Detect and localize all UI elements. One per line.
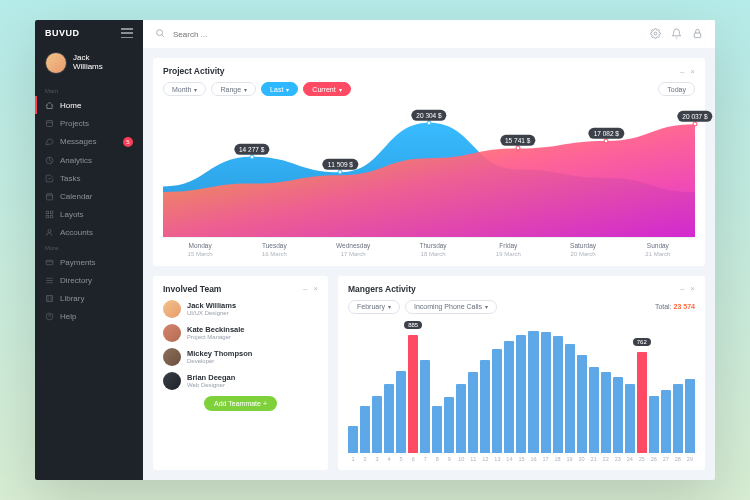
calendar-icon xyxy=(45,192,54,201)
topbar xyxy=(143,20,715,48)
sidebar-item-help[interactable]: Help xyxy=(35,307,143,325)
svg-rect-8 xyxy=(50,211,53,214)
svg-rect-12 xyxy=(46,260,53,265)
x-tick: 19 xyxy=(565,456,575,462)
svg-point-17 xyxy=(654,32,657,35)
avatar xyxy=(163,324,181,342)
chart-tooltip: 11 509 $ xyxy=(323,159,358,170)
x-tick: 23 xyxy=(613,456,623,462)
svg-rect-9 xyxy=(46,215,49,218)
bar-tooltip: 762 xyxy=(633,338,651,346)
bar xyxy=(384,384,394,453)
x-tick: 2 xyxy=(360,456,370,462)
filter-managers-month[interactable]: February▾ xyxy=(348,300,400,314)
svg-rect-0 xyxy=(47,120,53,126)
user-profile[interactable]: JackWilliams xyxy=(35,46,143,84)
sidebar-item-layots[interactable]: Layots xyxy=(35,205,143,223)
x-tick: 24 xyxy=(625,456,635,462)
menu-toggle-icon[interactable] xyxy=(121,28,133,38)
sidebar-item-messages[interactable]: Messages5 xyxy=(35,132,143,151)
filter-last[interactable]: Last▾ xyxy=(261,82,298,96)
card-title: Mangers Activity xyxy=(348,284,416,294)
bar xyxy=(601,372,611,453)
x-tick: 17 xyxy=(541,456,551,462)
bar-tooltip: 885 xyxy=(404,321,422,329)
chevron-down-icon: ▾ xyxy=(194,86,197,93)
close-icon[interactable]: × xyxy=(313,284,318,293)
card-title: Involved Team xyxy=(163,284,221,294)
bar xyxy=(673,384,683,453)
activity-chart: 14 277 $11 509 $20 304 $15 741 $17 082 $… xyxy=(163,102,695,237)
avatar xyxy=(163,372,181,390)
chevron-down-icon: ▾ xyxy=(339,86,342,93)
directory-icon xyxy=(45,276,54,285)
sidebar-item-projects[interactable]: Projects xyxy=(35,114,143,132)
close-icon[interactable]: × xyxy=(690,67,695,76)
bar xyxy=(613,377,623,453)
filter-range[interactable]: Range▾ xyxy=(211,82,256,96)
chart-tooltip: 17 082 $ xyxy=(589,128,624,139)
chevron-down-icon: ▾ xyxy=(485,303,488,310)
search-input[interactable] xyxy=(173,30,642,39)
close-icon[interactable]: × xyxy=(690,284,695,293)
minimize-icon[interactable]: – xyxy=(680,67,684,76)
sidebar-item-payments[interactable]: Payments xyxy=(35,253,143,271)
svg-rect-10 xyxy=(50,215,53,218)
team-member[interactable]: Brian DeeganWeb Designer xyxy=(163,372,318,390)
bell-icon[interactable] xyxy=(671,28,682,41)
avatar xyxy=(45,52,67,74)
bar xyxy=(528,331,538,453)
filter-today[interactable]: Today xyxy=(658,82,695,96)
avatar xyxy=(163,348,181,366)
bar xyxy=(456,384,466,453)
svg-point-14 xyxy=(46,313,53,320)
brand-logo: BUVUD xyxy=(45,28,80,38)
bar: 762 xyxy=(637,352,647,453)
svg-rect-3 xyxy=(47,193,53,199)
tasks-icon xyxy=(45,174,54,183)
help-icon xyxy=(45,312,54,321)
svg-point-11 xyxy=(48,229,51,232)
sidebar-item-home[interactable]: Home xyxy=(35,96,143,114)
sidebar-item-directory[interactable]: Directory xyxy=(35,271,143,289)
bar xyxy=(372,396,382,453)
sidebar-item-accounts[interactable]: Accounts xyxy=(35,223,143,241)
sidebar-item-tasks[interactable]: Tasks xyxy=(35,169,143,187)
nav-section-label: More xyxy=(35,241,143,253)
bar xyxy=(625,384,635,453)
avatar xyxy=(163,300,181,318)
x-tick: 20 xyxy=(577,456,587,462)
minimize-icon[interactable]: – xyxy=(680,284,684,293)
svg-rect-7 xyxy=(46,211,49,214)
bar xyxy=(553,336,563,453)
bar xyxy=(360,406,370,453)
team-member[interactable]: Kate BeckinsaleProject Manager xyxy=(163,324,318,342)
project-activity-card: Project Activity –× Month▾ Range▾ Last▾ … xyxy=(153,58,705,266)
x-tick: 27 xyxy=(661,456,671,462)
sidebar-item-analytics[interactable]: Analytics xyxy=(35,151,143,169)
x-tick: 15 xyxy=(516,456,526,462)
bar xyxy=(661,390,671,453)
x-tick: 14 xyxy=(504,456,514,462)
sidebar-item-calendar[interactable]: Calendar xyxy=(35,187,143,205)
messages-icon xyxy=(45,137,54,146)
filter-month[interactable]: Month▾ xyxy=(163,82,206,96)
chevron-down-icon: ▾ xyxy=(388,303,391,310)
x-tick: 8 xyxy=(432,456,442,462)
bar xyxy=(577,355,587,453)
minimize-icon[interactable]: – xyxy=(303,284,307,293)
team-member[interactable]: Jack WilliamsUI/UX Designer xyxy=(163,300,318,318)
bar xyxy=(432,406,442,453)
svg-line-16 xyxy=(162,35,164,37)
team-member[interactable]: Mickey ThompsonDeveloper xyxy=(163,348,318,366)
x-tick: 21 xyxy=(589,456,599,462)
filter-managers-metric[interactable]: Incoming Phone Calls▾ xyxy=(405,300,497,314)
filter-current[interactable]: Current▾ xyxy=(303,82,350,96)
bar xyxy=(565,344,575,453)
sidebar-item-library[interactable]: Library xyxy=(35,289,143,307)
lock-icon[interactable] xyxy=(692,28,703,41)
add-teammate-button[interactable]: Add Teammate + xyxy=(204,396,277,411)
gear-icon[interactable] xyxy=(650,28,661,41)
svg-point-15 xyxy=(157,30,163,36)
bar xyxy=(348,426,358,453)
